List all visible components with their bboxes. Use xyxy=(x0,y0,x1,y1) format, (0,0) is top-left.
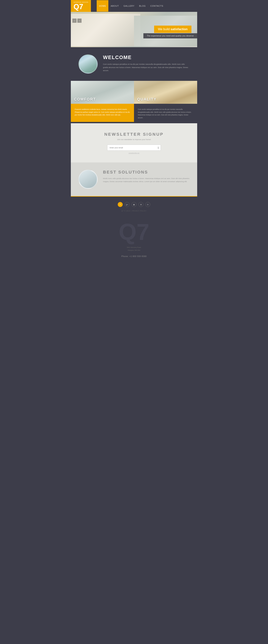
hero-badge: We build satisfaction xyxy=(154,26,191,33)
footer-address-line1: 3901 Harmony Road, xyxy=(75,246,193,249)
social-icons-row: f g+ ◉ ⊕ in xyxy=(75,202,193,207)
welcome-circle-inner xyxy=(79,55,97,73)
comfort-text-box: Praesent vestibulum molestie lacus. Aene… xyxy=(71,104,134,122)
best-solutions-heading: BEST SOLUTIONS xyxy=(103,170,190,175)
comfort-image: COMFORT xyxy=(71,81,134,104)
quality-label: QUALITY xyxy=(137,97,157,102)
rss-icon[interactable]: ◉ xyxy=(131,202,137,207)
nav-about[interactable]: ABOUT xyxy=(108,0,121,12)
logo-box: INTERIOR DESIGN Q7 xyxy=(71,0,91,12)
pinterest-icon[interactable]: ⊕ xyxy=(139,202,143,207)
hero-next-button[interactable]: › xyxy=(77,18,82,23)
newsletter-section: NEWSLETTER SIGNUP Join our newsletter to… xyxy=(71,123,197,162)
unsubscribe-link[interactable]: unsubscribe me xyxy=(78,152,190,154)
nav-contacts[interactable]: CONTACTS xyxy=(148,0,166,12)
footer-social: f g+ ◉ ⊕ in Q7 © 2013 • PRIVACY POLICY xyxy=(71,196,197,216)
footer-address: 3901 Harmony Road, Glasgow, 304 2KA xyxy=(75,246,193,252)
email-input[interactable] xyxy=(107,145,156,150)
comfort-label: COMFORT xyxy=(74,97,96,102)
best-solutions-section: BEST SOLUTIONS Morbi nunc odio graida at… xyxy=(71,162,197,196)
comfort-column: COMFORT Praesent vestibulum molestie lac… xyxy=(71,81,134,123)
newsletter-submit-button[interactable]: ℹ xyxy=(156,145,161,150)
google-plus-icon[interactable]: g+ xyxy=(125,202,129,207)
welcome-heading: WELCOME xyxy=(103,54,190,60)
best-solutions-text: Morbi nunc odio graida atcursus nec luct… xyxy=(103,177,190,183)
facebook-icon[interactable]: f xyxy=(118,202,123,207)
nav-home[interactable]: HOME xyxy=(97,0,108,12)
footer-address-line2: Glasgow, 304 2KA xyxy=(75,249,193,252)
hero-section: ‹ › We build satisfaction The experience… xyxy=(71,12,197,47)
quality-text: Cum sociis natoque penatibus et ma dis p… xyxy=(138,108,193,119)
hero-badge-text: We build xyxy=(158,28,171,31)
nav-blog[interactable]: BLOG xyxy=(137,0,148,12)
logo-text: Q7 xyxy=(73,3,83,10)
linkedin-icon[interactable]: in xyxy=(145,202,150,207)
footer-big-logo: Q7 xyxy=(75,220,193,243)
quality-image: QUALITY xyxy=(134,81,197,104)
best-solutions-content: BEST SOLUTIONS Morbi nunc odio graida at… xyxy=(103,170,190,183)
footer-phone-number: +1 800 559 6580 xyxy=(129,255,147,258)
newsletter-form: ℹ xyxy=(107,145,161,150)
quality-column: QUALITY Cum sociis natoque penatibus et … xyxy=(134,81,197,123)
newsletter-subtext: Join our newsletter to improve your home… xyxy=(78,138,190,140)
welcome-content: WELCOME Cum sociis natoque penatibus et … xyxy=(103,54,190,72)
best-circle-inner xyxy=(79,170,97,188)
nav-gallery[interactable]: GALLERY xyxy=(121,0,137,12)
main-nav: HOME ABOUT GALLERY BLOG CONTACTS xyxy=(91,0,166,12)
footer-big-logo-section: Q7 3901 Harmony Road, Glasgow, 304 2KA P… xyxy=(71,216,197,261)
footer-phone-label: Phone: xyxy=(121,255,129,258)
newsletter-heading: NEWSLETTER SIGNUP xyxy=(78,132,190,137)
welcome-image xyxy=(78,54,98,74)
hero-badge-strong: satisfaction xyxy=(171,28,188,31)
comfort-quality-section: COMFORT Praesent vestibulum molestie lac… xyxy=(71,81,197,123)
footer-phone: Phone: +1 800 559 6580 xyxy=(75,255,193,258)
comfort-text: Praesent vestibulum molestie lacus. Aene… xyxy=(75,108,130,116)
hero-subtitle: The experience you need and quality you … xyxy=(143,33,197,38)
hero-prev-button[interactable]: ‹ xyxy=(72,18,77,23)
quality-text-box: Cum sociis natoque penatibus et ma dis p… xyxy=(134,104,197,123)
header: INTERIOR DESIGN Q7 HOME ABOUT GALLERY BL… xyxy=(71,0,197,12)
footer-copyright: Q7 © 2013 • PRIVACY POLICY xyxy=(75,210,193,212)
welcome-section: WELCOME Cum sociis natoque penatibus et … xyxy=(71,47,197,81)
welcome-text: Cum sociis natoque penatibus et ma dis p… xyxy=(103,63,190,72)
best-solutions-image xyxy=(78,170,98,189)
